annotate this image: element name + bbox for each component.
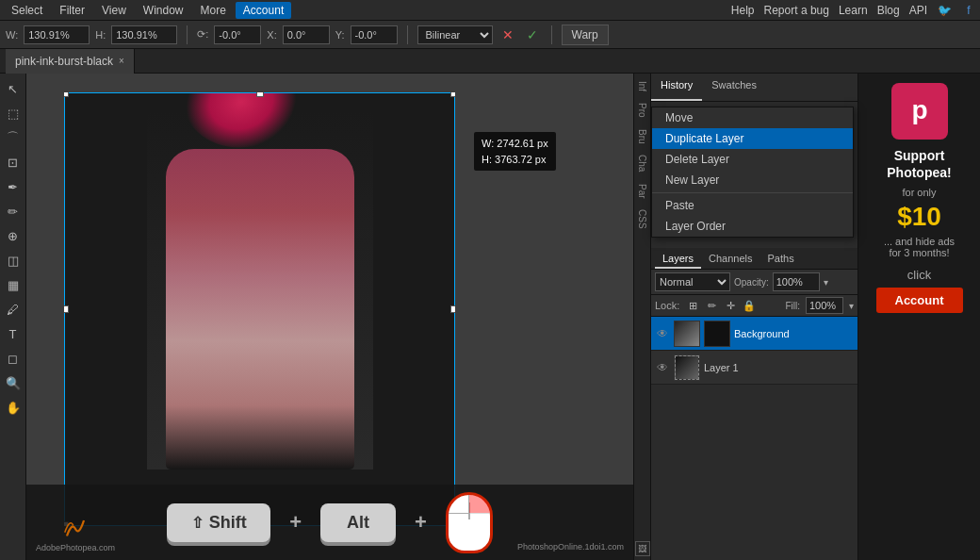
menu-select[interactable]: Select <box>4 2 50 19</box>
link-blog[interactable]: Blog <box>877 4 900 17</box>
link-bugreport[interactable]: Report a bug <box>764 4 829 17</box>
ctx-layer-order[interactable]: Layer Order <box>652 216 853 237</box>
zoom-tool[interactable]: 🔍 <box>2 371 24 394</box>
lock-pixels-icon[interactable]: ⊞ <box>685 298 700 313</box>
layers-panel: Layers Channels Paths Normal Multiply Sc… <box>651 248 858 560</box>
eraser-tool[interactable]: ◫ <box>2 249 24 272</box>
main-area: ↖ ⬚ ⌒ ⊡ ✒ ✏ ⊕ ◫ ▦ 🖊 T ◻ 🔍 ✋ <box>0 74 980 560</box>
tab-layers[interactable]: Layers <box>655 250 701 269</box>
eyedropper-tool[interactable]: ✒ <box>2 175 24 198</box>
separator-3 <box>551 25 552 44</box>
fill-arrow[interactable]: ▾ <box>849 301 854 311</box>
lock-icons-group: ⊞ ✏ ✛ 🔒 <box>685 298 757 313</box>
ad-footer: ... and hide adsfor 3 months! <box>884 236 955 258</box>
opacity-input[interactable] <box>773 272 820 291</box>
watermark-left: AdobePhotopea.com <box>36 543 115 552</box>
handle-top-left[interactable] <box>64 92 69 97</box>
h-input[interactable] <box>111 25 177 44</box>
link-learn[interactable]: Learn <box>839 4 868 17</box>
confirm-transform-button[interactable]: ✓ <box>523 25 542 44</box>
cancel-transform-button[interactable]: ✕ <box>498 25 517 44</box>
link-help[interactable]: Help <box>731 4 755 17</box>
text-tool[interactable]: T <box>2 322 24 345</box>
menu-filter[interactable]: Filter <box>52 2 92 19</box>
visibility-layer1[interactable]: 👁 <box>655 360 670 375</box>
brush-tool[interactable]: ✏ <box>2 200 24 222</box>
photopea-logo: p <box>891 83 948 140</box>
move-tool[interactable]: ↖ <box>2 77 24 100</box>
tooltip-height: H: 3763.72 px <box>482 152 548 168</box>
ctx-duplicate-layer[interactable]: Duplicate Layer <box>652 128 853 149</box>
context-menu: Move Duplicate Layer Delete Layer New La… <box>651 107 854 238</box>
ctx-move[interactable]: Move <box>652 107 853 128</box>
crop-tool[interactable]: ⊡ <box>2 151 24 173</box>
canvas-area[interactable]: W: 2742.61 px H: 3763.72 px AdobePhotope… <box>26 74 633 560</box>
facebook-icon[interactable]: f <box>961 3 976 18</box>
alt-key-badge: Alt <box>320 503 396 542</box>
separator-1 <box>187 25 188 44</box>
shortcut-demo: AdobePhotopea.com ⇧ Shift + Alt + Photos… <box>26 485 633 560</box>
hand-tool[interactable]: ✋ <box>2 396 24 419</box>
tab-history[interactable]: History <box>651 74 702 101</box>
handle-middle-right[interactable] <box>450 305 455 313</box>
x-label: X: <box>267 29 276 41</box>
interpolation-select[interactable]: Bilinear Nearest Bicubic <box>417 25 493 44</box>
clone-tool[interactable]: ⊕ <box>2 224 24 247</box>
thumb-l1-inner <box>675 355 699 380</box>
tab-swatches[interactable]: Swatches <box>702 74 766 101</box>
opacity-arrow[interactable]: ▾ <box>824 277 828 288</box>
shape-tool[interactable]: ◻ <box>2 347 24 370</box>
lock-move-icon[interactable]: ✛ <box>723 298 738 313</box>
side-info-inf[interactable]: Inf <box>635 77 649 95</box>
handle-top-center[interactable] <box>256 92 264 97</box>
document-tab[interactable]: pink-ink-burst-black × <box>6 49 135 74</box>
tab-name: pink-ink-burst-black <box>15 55 113 68</box>
y-input[interactable] <box>351 25 398 44</box>
side-info-css[interactable]: CSS <box>635 206 649 233</box>
layer-name-background: Background <box>734 328 854 339</box>
lasso-tool[interactable]: ⌒ <box>2 126 24 149</box>
select-tool[interactable]: ⬚ <box>2 102 24 124</box>
ad-account-button[interactable]: Account <box>876 288 963 313</box>
link-api[interactable]: API <box>909 4 927 17</box>
transform-border <box>64 92 455 526</box>
image-icon[interactable]: 🖼 <box>635 541 650 556</box>
transform-tooltip: W: 2742.61 px H: 3763.72 px <box>474 132 556 171</box>
pen-tool[interactable]: 🖊 <box>2 298 24 321</box>
ctx-delete-layer[interactable]: Delete Layer <box>652 149 853 170</box>
side-info-pro[interactable]: Pro <box>635 99 649 122</box>
blend-mode-select[interactable]: Normal Multiply Screen <box>655 272 730 291</box>
lock-all-icon[interactable]: 🔒 <box>742 298 757 313</box>
site-logo <box>61 515 90 543</box>
twitter-icon[interactable]: 🐦 <box>937 3 952 18</box>
menu-account[interactable]: Account <box>236 2 291 19</box>
handle-top-right[interactable] <box>450 92 455 97</box>
menu-more[interactable]: More <box>193 2 234 19</box>
side-info-cha[interactable]: Cha <box>635 151 649 175</box>
rot-input[interactable] <box>214 25 261 44</box>
watermark-right-area: PhotoshopOnline.1doi1.com <box>517 539 624 552</box>
warp-button[interactable]: Warp <box>562 25 609 45</box>
visibility-background[interactable]: 👁 <box>655 326 670 341</box>
side-info-bru[interactable]: Bru <box>635 125 649 148</box>
gradient-tool[interactable]: ▦ <box>2 273 24 296</box>
tab-channels[interactable]: Channels <box>701 250 760 269</box>
menu-window[interactable]: Window <box>136 2 191 19</box>
layer-1[interactable]: 👁 Layer 1 <box>651 351 858 385</box>
layer-background[interactable]: 👁 Background <box>651 317 858 351</box>
lock-position-icon[interactable]: ✏ <box>704 298 719 313</box>
w-input[interactable] <box>24 25 90 44</box>
tab-close-button[interactable]: × <box>119 56 124 66</box>
tab-paths[interactable]: Paths <box>760 250 802 269</box>
ctx-paste[interactable]: Paste <box>652 195 853 216</box>
ctx-new-layer[interactable]: New Layer <box>652 170 853 190</box>
side-info-par[interactable]: Par <box>635 180 649 203</box>
handle-middle-left[interactable] <box>64 305 69 313</box>
menu-view[interactable]: View <box>94 2 134 19</box>
ad-title: SupportPhotopea! <box>887 147 951 181</box>
x-input[interactable] <box>283 25 330 44</box>
ad-for-only: for only <box>902 187 936 198</box>
fill-input[interactable] <box>806 297 843 314</box>
fill-label: Fill: <box>785 301 800 311</box>
w-label: W: <box>6 29 18 41</box>
